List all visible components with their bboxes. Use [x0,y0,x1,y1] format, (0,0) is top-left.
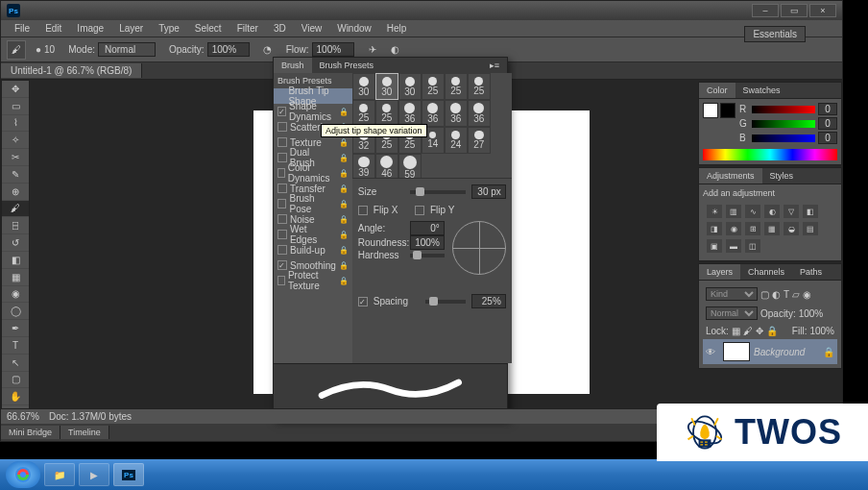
menu-window[interactable]: Window [329,21,379,36]
size-slider[interactable] [410,190,466,194]
hand-tool[interactable]: ✋ [2,388,29,405]
tab-timeline[interactable]: Timeline [60,426,109,439]
lock-pos-icon[interactable]: ✥ [756,326,763,336]
dodge-tool[interactable]: ◯ [2,303,29,320]
taskbar-media-icon[interactable]: ▶ [79,463,109,486]
panel-menu-icon[interactable]: ▸≡ [482,58,507,73]
menu-layer[interactable]: Layer [111,21,151,36]
gradient-tool[interactable]: ▦ [2,269,29,286]
pen-tool[interactable]: ✒ [2,320,29,337]
shape-tool[interactable]: ▢ [2,372,29,389]
brush-option-brush-pose[interactable]: Brush Pose🔒 [274,196,352,211]
lasso-tool[interactable]: ⌇ [2,115,29,133]
menu-view[interactable]: View [294,21,330,36]
blur-tool[interactable]: ◉ [2,286,29,304]
minimize-button[interactable]: – [752,4,779,17]
filter-pixel-icon[interactable]: ▢ [760,289,769,300]
zoom-value[interactable]: 66.67% [7,411,39,422]
healing-tool[interactable]: ⊕ [2,184,29,201]
menu-file[interactable]: File [7,21,37,36]
brush-preset[interactable]: 36 [422,100,445,127]
workspace-switcher[interactable]: Essentials [744,26,806,42]
flow-input[interactable]: 100% [312,42,354,57]
blend-mode-select[interactable]: Normal [706,306,758,320]
adj-exposure-icon[interactable]: ◐ [764,205,780,218]
adj-bw-icon[interactable]: ◨ [707,222,722,235]
g-value[interactable]: 0 [818,117,837,130]
adj-threshold-icon[interactable]: ▣ [707,239,722,253]
brush-preset[interactable]: 36 [468,100,491,127]
layer-opacity-value[interactable]: 100% [799,308,824,319]
path-tool[interactable]: ↖ [2,355,29,372]
menu-3d[interactable]: 3D [266,21,294,36]
crop-tool[interactable]: ✂ [2,149,29,166]
adj-invert-icon[interactable]: ◒ [784,222,799,235]
brush-preset[interactable]: 25 [422,73,445,100]
brush-tool[interactable]: 🖌 [2,201,29,218]
hardness-slider[interactable] [410,254,445,257]
checkbox[interactable] [277,230,287,239]
flipx-checkbox[interactable] [358,206,368,215]
move-tool[interactable]: ✥ [2,81,29,98]
adj-vibrance-icon[interactable]: ▽ [784,205,799,218]
roundness-value[interactable]: 100% [410,235,445,250]
lock-all-icon[interactable]: 🔒 [766,326,778,336]
angle-value[interactable]: 0° [410,221,445,235]
checkbox[interactable] [277,199,286,208]
marquee-tool[interactable]: ▭ [2,98,29,115]
checkbox[interactable] [277,122,287,132]
brush-preset[interactable]: 25 [352,100,375,127]
checkbox[interactable] [277,214,287,224]
flipy-checkbox[interactable] [415,206,424,215]
brush-preset[interactable]: 39 [352,154,375,179]
stamp-tool[interactable]: ⌸ [2,217,29,234]
doc-info[interactable]: Doc: 1.37M/0 bytes [49,411,132,422]
adj-brightness-icon[interactable]: ☀ [707,205,722,218]
brush-preset[interactable]: 36 [398,100,422,127]
adj-gradientmap-icon[interactable]: ▬ [726,239,741,253]
tab-channels[interactable]: Channels [740,264,792,280]
size-pressure-icon[interactable]: ◐ [387,41,404,59]
history-brush-tool[interactable]: ↺ [2,234,29,252]
menu-help[interactable]: Help [379,21,415,36]
brush-preset[interactable]: 25 [375,100,398,127]
tab-paths[interactable]: Paths [792,264,830,280]
adj-selective-icon[interactable]: ◫ [745,239,760,253]
spacing-checkbox[interactable] [358,297,368,306]
maximize-button[interactable]: ▭ [781,4,808,17]
tab-color[interactable]: Color [699,83,735,98]
airbrush-icon[interactable]: ✈ [364,41,381,59]
wand-tool[interactable]: ✧ [2,132,29,149]
brush-preset[interactable]: 30 [375,73,398,100]
brush-preset[interactable]: 46 [375,154,398,179]
tab-swatches[interactable]: Swatches [735,83,788,98]
brush-preset[interactable]: 25 [445,73,468,100]
adj-colorlookup-icon[interactable]: ▦ [764,222,780,235]
adj-hue-icon[interactable]: ◧ [803,205,818,218]
checkbox[interactable] [277,276,285,285]
menu-select[interactable]: Select [187,21,229,36]
filter-smart-icon[interactable]: ◉ [803,289,811,300]
fill-value[interactable]: 100% [809,326,834,336]
checkbox[interactable] [277,107,286,116]
opacity-input[interactable]: 100% [207,42,250,57]
checkbox[interactable] [277,245,287,255]
lock-pixels-icon[interactable]: 🖌 [743,326,753,336]
tab-layers[interactable]: Layers [699,264,740,280]
tab-brush-presets[interactable]: Brush Presets [312,58,382,73]
tab-styles[interactable]: Styles [762,168,802,184]
brush-preset[interactable]: 59 [398,154,422,179]
hue-ramp[interactable] [703,149,837,160]
brush-size-value[interactable]: 10 [44,44,55,55]
menu-image[interactable]: Image [69,21,111,36]
brush-preset[interactable]: 24 [445,127,468,154]
r-value[interactable]: 0 [818,103,837,115]
brush-option-wet-edges[interactable]: Wet Edges🔒 [274,227,352,242]
opacity-pressure-icon[interactable]: ◔ [259,41,277,59]
angle-control[interactable] [452,221,506,275]
adj-levels-icon[interactable]: ▥ [726,205,741,218]
menu-edit[interactable]: Edit [37,21,69,36]
close-button[interactable]: × [809,4,836,17]
tab-mini-bridge[interactable]: Mini Bridge [1,426,60,439]
layer-visibility-icon[interactable]: 👁 [706,347,719,357]
